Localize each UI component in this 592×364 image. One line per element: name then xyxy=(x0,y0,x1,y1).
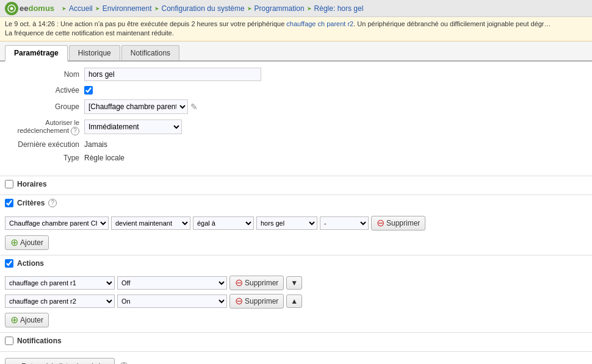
nav-environnement[interactable]: Environnement xyxy=(103,4,152,13)
nav-arrow-2: ➤ xyxy=(154,5,159,12)
action-device-select-0[interactable]: chauffage ch parent r1 xyxy=(5,276,115,290)
actions-add-label: Ajouter xyxy=(20,316,43,324)
action-delete-label-0: Supprimer xyxy=(245,279,278,287)
type-value: Règle locale xyxy=(84,154,125,162)
criteria-add-label: Ajouter xyxy=(20,238,43,247)
nav-arrow-0: ➤ xyxy=(62,5,67,12)
criteria-extra-select[interactable]: - xyxy=(320,216,369,230)
action-delete-icon-1: ⊖ xyxy=(235,296,243,306)
nom-input[interactable] xyxy=(84,68,261,81)
action-arrow-down-button-0[interactable]: ▼ xyxy=(286,276,302,290)
notifications-checkbox[interactable] xyxy=(5,337,13,345)
nav-programmation[interactable]: Programmation xyxy=(254,4,305,13)
groupe-select[interactable]: [Chauffage chambre parent C xyxy=(84,99,188,114)
form-row-derniere: Dernière exécution Jamais xyxy=(5,140,587,149)
horaires-checkbox[interactable] xyxy=(5,180,13,188)
action-arrow-up-icon-1: ▲ xyxy=(291,297,298,305)
groupe-edit-icon[interactable]: ✎ xyxy=(190,102,198,112)
action-value-select-0[interactable]: Off xyxy=(117,276,227,290)
back-icon: ↩ xyxy=(12,362,19,364)
derniere-label: Dernière exécution xyxy=(5,140,84,149)
bottom-bar: ↩ Retour à la liste des règles ? xyxy=(0,351,592,364)
form-row-nom: Nom xyxy=(5,68,587,81)
criteres-section-header: Critères ? xyxy=(0,194,592,211)
form-row-activee: Activée xyxy=(5,86,587,95)
tabs-bar: Paramétrage Historique Notifications xyxy=(0,41,592,62)
actions-add-icon: ⊕ xyxy=(10,315,18,325)
notification-prefix: Le 9 oct. à 14:26 : Une action n'a pas p… xyxy=(5,20,286,27)
tab-notifications[interactable]: Notifications xyxy=(121,45,179,60)
criteria-add-icon: ⊕ xyxy=(10,238,18,248)
autoriser-select[interactable]: Immédiatement xyxy=(84,120,182,134)
criteria-add-button[interactable]: ⊕ Ajouter xyxy=(5,235,49,250)
activee-checkbox[interactable] xyxy=(84,86,93,95)
criteria-delete-icon: ⊖ xyxy=(377,218,384,228)
autoriser-help-icon[interactable]: ? xyxy=(71,127,79,135)
horaires-title: Horaires xyxy=(17,180,47,188)
activee-label: Activée xyxy=(5,86,84,95)
form-row-autoriser: Autoriser le redéclenchement ? Immédiate… xyxy=(5,119,587,135)
tab-historique[interactable]: Historique xyxy=(69,45,120,60)
actions-section-header: Actions xyxy=(0,255,592,271)
nav-configuration[interactable]: Configuration du système xyxy=(162,4,245,13)
tab-parametrage[interactable]: Paramétrage xyxy=(5,45,68,62)
action-arrow-down-icon-0: ▼ xyxy=(291,279,298,287)
groupe-select-group: [Chauffage chambre parent C ✎ xyxy=(84,99,198,114)
type-label: Type xyxy=(5,154,84,162)
criteria-delete-button[interactable]: ⊖ Supprimer xyxy=(371,216,425,230)
action-delete-button-0[interactable]: ⊖ Supprimer xyxy=(229,276,284,290)
back-button[interactable]: ↩ Retour à la liste des règles xyxy=(5,358,115,364)
criteres-checkbox[interactable] xyxy=(5,199,13,207)
nav-rule[interactable]: Règle: hors gel xyxy=(314,4,364,13)
criteres-title: Critères xyxy=(17,199,45,207)
autoriser-select-group: Immédiatement xyxy=(84,120,182,134)
nav-accueil[interactable]: Accueil xyxy=(69,4,93,13)
autoriser-label: Autoriser le redéclenchement ? xyxy=(5,119,84,135)
criteria-device-select[interactable]: Chauffage chambre parent Chambr xyxy=(5,216,109,230)
action-row-1: chauffage ch parent r2 On ⊖ Supprimer ▲ xyxy=(0,292,592,310)
criteria-delete-label: Supprimer xyxy=(386,219,420,227)
notification-line2: La fréquence de cette notification est m… xyxy=(5,29,174,37)
nav-arrow-1: ➤ xyxy=(95,5,100,12)
action-row-0: chauffage ch parent r1 Off ⊖ Supprimer ▼ xyxy=(0,274,592,292)
action-device-select-1[interactable]: chauffage ch parent r2 xyxy=(5,294,115,308)
actions-add-button[interactable]: ⊕ Ajouter xyxy=(5,313,49,327)
criteria-row-0: Chauffage chambre parent Chambr devient … xyxy=(0,213,592,233)
derniere-value: Jamais xyxy=(84,140,107,149)
nav-arrow-4: ➤ xyxy=(307,5,312,12)
notifications-section-header: Notifications xyxy=(0,332,592,349)
action-arrow-up-button-1[interactable]: ▲ xyxy=(286,294,302,308)
form-row-type: Type Règle locale xyxy=(5,154,587,162)
notifications-title: Notifications xyxy=(17,337,62,345)
actions-checkbox[interactable] xyxy=(5,259,13,268)
logo-text: eedomus xyxy=(20,4,54,13)
criteres-help-icon[interactable]: ? xyxy=(48,199,57,207)
form-row-groupe: Groupe [Chauffage chambre parent C ✎ xyxy=(5,99,587,114)
nav-arrow-3: ➤ xyxy=(247,5,252,12)
logo[interactable]: eedomus xyxy=(5,2,54,15)
horaires-section: Horaires xyxy=(0,176,592,192)
criteria-operator-select[interactable]: égal à xyxy=(193,216,254,230)
notification-link[interactable]: chauffage ch parent r2 xyxy=(286,20,353,27)
groupe-label: Groupe xyxy=(5,102,84,111)
nom-label: Nom xyxy=(5,70,84,79)
logo-circle xyxy=(5,2,18,15)
notification-suffix: . Un périphérique débranché ou difficile… xyxy=(353,20,550,27)
main-content: Paramétrage Historique Notifications Nom… xyxy=(0,41,592,364)
action-delete-button-1[interactable]: ⊖ Supprimer xyxy=(229,294,284,309)
action-value-select-1[interactable]: On xyxy=(117,294,227,308)
actions-title: Actions xyxy=(17,259,44,268)
topbar: eedomus ➤ Accueil ➤ Environnement ➤ Conf… xyxy=(0,0,592,17)
criteria-value-select[interactable]: hors gel xyxy=(256,216,317,230)
action-delete-label-1: Supprimer xyxy=(245,297,278,305)
notification-banner: Le 9 oct. à 14:26 : Une action n'a pas p… xyxy=(0,17,592,41)
form-area: Nom Activée Groupe [Chauffage chambre pa… xyxy=(0,62,592,173)
svg-point-1 xyxy=(10,7,13,10)
criteria-condition-select[interactable]: devient maintenant xyxy=(111,216,190,230)
action-delete-icon-0: ⊖ xyxy=(235,278,243,288)
